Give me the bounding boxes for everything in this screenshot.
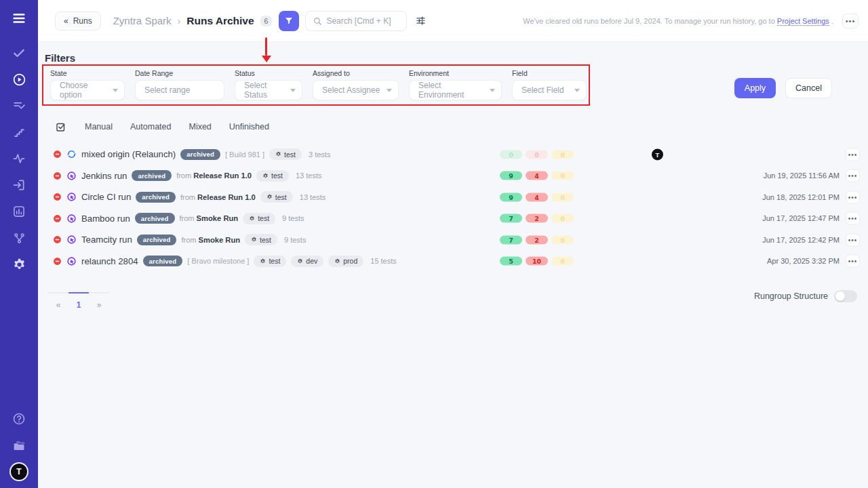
run-tests-count: 3 tests [309,150,330,159]
rungroup-structure-toggle[interactable] [834,290,857,302]
fail-count-pill: 2 [526,214,548,223]
filter-select-state[interactable]: Choose option [50,80,125,100]
sidebar-item-folders[interactable] [11,437,27,453]
filter-placeholder-assigned-to: Select Assignee [322,85,380,95]
run-row-left: Jenkins runarchivedfrom Release Run 1.0t… [53,165,322,187]
run-date: Jun 19, 2025 11:56 AM [764,171,840,180]
filter-input-date-range[interactable]: Select range [135,80,224,100]
select-all-icon[interactable] [55,121,67,133]
run-date: Jun 17, 2025 12:47 PM [762,214,840,222]
back-to-runs-button[interactable]: « Runs [55,12,101,30]
filter-button[interactable] [279,11,299,31]
search-input[interactable] [326,16,399,26]
header-more-button[interactable]: ••• [842,14,859,28]
run-more-button[interactable]: ••• [846,190,860,203]
filter-label-date-range: Date Range [135,69,224,77]
run-row[interactable]: relaunch 2804archived[ Bravo milestone ]… [38,251,868,272]
run-type-tabs: ManualAutomatedMixedUnfinished [38,117,269,136]
sidebar-item-play-circle[interactable] [11,71,27,87]
tab-automated[interactable]: Automated [130,122,171,131]
tab-mixed[interactable]: Mixed [189,122,211,131]
pagination-prev[interactable]: « [48,292,68,310]
pagination-next[interactable]: » [89,292,109,310]
run-more-button[interactable]: ••• [846,212,860,225]
run-row-left: Bamboo runarchivedfrom Smoke Runtest9 te… [53,208,304,230]
run-tests-count: 15 tests [370,257,397,265]
run-row[interactable]: mixed origin (Relaunch)archived[ Build 9… [38,144,868,165]
run-name[interactable]: Jenkins run [81,171,127,181]
sidebar-item-check[interactable] [11,45,27,61]
gear-icon [251,237,257,243]
runs-list: mixed origin (Relaunch)archived[ Build 9… [38,144,868,272]
pass-count-pill: 5 [500,257,522,266]
pass-count-pill: 7 [500,214,522,223]
filter-select-assigned-to[interactable]: Select Assignee [313,80,399,100]
sidebar-item-git-branch[interactable] [11,230,27,246]
git-branch-icon [13,232,26,245]
skip-count-pill: 0 [551,257,574,266]
run-name[interactable]: Teamcity run [81,235,132,245]
run-result-counts: 720 [500,214,574,223]
filter-select-field[interactable]: Select Field [512,80,587,100]
sidebar-bottom: T [11,411,27,480]
sidebar-item-bar-chart[interactable] [11,203,27,220]
filter-select-environment[interactable]: Select Environment [409,80,502,100]
breadcrumb-project[interactable]: Zyntra Spark [113,15,172,26]
user-avatar[interactable]: T [11,464,27,480]
run-row[interactable]: Jenkins runarchivedfrom Release Run 1.0t… [38,165,868,187]
tag-pill-test[interactable]: test [256,170,289,182]
run-name[interactable]: relaunch 2804 [81,256,138,266]
rungroup-structure: Rungroup Structure [754,290,857,302]
tag-pill-test[interactable]: test [243,213,275,224]
search-box[interactable] [305,11,407,31]
apply-button[interactable]: Apply [734,78,776,98]
cancel-button[interactable]: Cancel [785,78,832,98]
assignee-avatar[interactable]: T [652,148,663,160]
run-name[interactable]: mixed origin (Relaunch) [81,149,176,159]
run-date: Apr 30, 2025 3:32 PM [767,257,840,265]
sidebar-item-activity[interactable] [11,150,27,167]
filter-select-status[interactable]: Select Status [235,80,302,100]
adjustments-icon[interactable] [415,15,427,26]
run-row-left: Circle CI runarchivedfrom Release Run 1.… [53,186,326,208]
notice-text: We've cleared old runs before Jul 9, 202… [523,17,776,25]
run-row[interactable]: Bamboo runarchivedfrom Smoke Runtest9 te… [38,208,868,230]
automated-run-icon [66,192,77,202]
sidebar-item-import[interactable] [11,177,27,193]
pass-count-pill: 0 [500,150,522,159]
tag-pill-prod[interactable]: prod [328,256,363,267]
skip-count-pill: 0 [551,171,574,180]
run-more-button[interactable]: ••• [846,169,860,182]
tag-pill-test[interactable]: test [254,256,286,267]
pagination-page-1[interactable]: 1 [68,292,89,310]
run-name[interactable]: Bamboo run [81,214,130,224]
run-name[interactable]: Circle CI run [81,192,131,202]
filter-label-assigned-to: Assigned to [313,69,399,77]
sidebar-item-help[interactable] [11,411,27,427]
tag-pill-test[interactable]: test [260,191,293,203]
run-more-button[interactable]: ••• [846,148,860,161]
tab-manual[interactable]: Manual [85,122,113,131]
tag-pill-test[interactable]: test [269,148,302,160]
sidebar-item-gear[interactable] [11,256,27,272]
menu-button[interactable] [11,10,27,26]
run-more-button[interactable]: ••• [846,233,860,246]
run-date: Jun 18, 2025 12:01 PM [762,193,840,201]
project-settings-link[interactable]: Project Settings [777,17,829,26]
run-row[interactable]: Circle CI runarchivedfrom Release Run 1.… [38,186,868,208]
sidebar-item-steps[interactable] [11,124,27,140]
pass-count-pill: 9 [500,171,522,180]
tag-pill-dev[interactable]: dev [291,256,323,267]
import-icon [12,178,26,192]
sidebar: T [0,0,38,488]
run-more-button[interactable]: ••• [846,255,860,268]
bar-chart-icon [12,205,26,218]
tab-unfinished[interactable]: Unfinished [229,122,269,131]
sidebar-item-list-check[interactable] [11,98,27,114]
tag-pill-test[interactable]: test [245,234,277,245]
run-tests-count: 9 tests [284,236,306,244]
main-content: « Runs Zyntra Spark › Runs Archive 6 We'… [38,0,868,488]
run-row[interactable]: Teamcity runarchivedfrom Smoke Runtest9 … [38,229,868,251]
gear-icon [334,258,340,264]
notice-banner: We've cleared old runs before Jul 9, 202… [523,17,833,25]
